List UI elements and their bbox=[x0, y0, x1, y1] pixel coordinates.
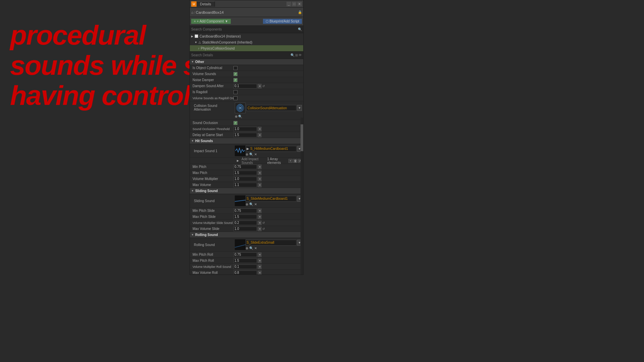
breadcrumb-toolbar: ⌂ / CardboardBox14 🔒 bbox=[190, 8, 303, 17]
prop-max-volume-roll: Max Volume Roll ◂ bbox=[190, 270, 303, 275]
rolling-collapse-icon: ▼ bbox=[191, 233, 194, 236]
blueprint-icon: ⬡ bbox=[266, 19, 269, 23]
noise-damper-checkbox[interactable] bbox=[233, 78, 237, 82]
max-pitch-slider[interactable]: ◂ bbox=[258, 171, 262, 175]
dampen-sound-input[interactable] bbox=[233, 84, 257, 88]
clear-impact-btn[interactable]: ✕ bbox=[254, 153, 257, 156]
min-pitch-roll-input[interactable] bbox=[233, 252, 257, 257]
max-pitch-slide-input[interactable] bbox=[233, 215, 257, 219]
min-pitch-slider[interactable]: ◂ bbox=[258, 165, 262, 169]
find-impact-btn[interactable]: 🔍 bbox=[249, 153, 253, 156]
prop-max-volume-slide: Max Volume Slide ◂ ↺ bbox=[190, 226, 303, 232]
details-tab[interactable]: Details bbox=[197, 1, 215, 7]
tree-item-physicssound[interactable]: ♪ PhysicsCollisionSound bbox=[190, 45, 303, 51]
max-volume-roll-slider[interactable]: ◂ bbox=[258, 270, 262, 275]
attenuation-dropdown[interactable]: ▼ bbox=[297, 105, 302, 111]
clear-rolling-btn[interactable]: ✕ bbox=[254, 246, 257, 250]
prop-impact-sound-1: Impact Sound 1 ▶ S_HitMediumCardboard1 ▼… bbox=[190, 144, 303, 158]
volume-multiplier-roll-input[interactable] bbox=[233, 264, 257, 269]
scrollbar-thumb[interactable] bbox=[301, 124, 303, 151]
blueprint-button[interactable]: ⬡ Blueprint/Add Script bbox=[263, 19, 302, 24]
section-sliding-sound[interactable]: ▼ Sliding Sound bbox=[190, 188, 303, 194]
clear-sliding-btn[interactable]: ✕ bbox=[254, 202, 257, 206]
min-pitch-slide-input[interactable] bbox=[233, 208, 257, 213]
expand-icon: ▶ bbox=[191, 35, 193, 38]
dampen-slider-btn[interactable]: ◂ bbox=[258, 84, 262, 88]
component-tree: ▶ ⬜ CardboardBox14 (Instance) ▼ △ Static… bbox=[190, 33, 303, 52]
svg-rect-7 bbox=[235, 239, 246, 250]
minimize-button[interactable]: _ bbox=[286, 2, 291, 6]
prop-volume-sounds-ragdoll: Volume Sounds as Ragdoll Only bbox=[190, 95, 303, 101]
occlusion-threshold-input[interactable] bbox=[233, 127, 257, 131]
details-content: ▼ Other Is Object Cylindrical Volume Sou… bbox=[190, 59, 303, 275]
volume-sounds-checkbox[interactable] bbox=[233, 72, 237, 76]
expand-icon: ▶ bbox=[237, 159, 239, 162]
browse-sliding-btn[interactable]: ⊕ bbox=[246, 202, 248, 206]
close-button[interactable]: ✕ bbox=[297, 2, 302, 6]
add-component-button[interactable]: + + Add Component ▼ bbox=[191, 19, 231, 24]
delete-impact-btn[interactable]: 🗑 bbox=[293, 159, 297, 163]
prop-dampen-sound-after: Dampen Sound After ◂ ↺ bbox=[190, 83, 303, 89]
section-hit-sounds[interactable]: ▼ Hit Sounds bbox=[190, 138, 303, 144]
volume-multiplier-slide-input[interactable] bbox=[233, 221, 257, 225]
max-pitch-roll-input[interactable] bbox=[233, 258, 257, 263]
max-volume-roll-input[interactable] bbox=[233, 270, 257, 275]
min-pitch-roll-slider[interactable]: ◂ bbox=[258, 252, 262, 257]
find-rolling-btn[interactable]: 🔍 bbox=[249, 246, 253, 250]
reset-icon[interactable]: ↺ bbox=[262, 84, 265, 88]
section-other[interactable]: ▼ Other bbox=[190, 59, 303, 65]
volume-roll-slider[interactable]: ◂ bbox=[258, 264, 262, 269]
prop-rolling-sound: Rolling Sound S_SlideExtraSmall ▼ ⊕ 🔍 bbox=[190, 238, 303, 252]
browse-impact-btn[interactable]: ⊕ bbox=[246, 153, 248, 156]
search-components-input[interactable] bbox=[191, 27, 298, 31]
volume-multiplier-input[interactable] bbox=[233, 177, 257, 181]
max-volume-slider[interactable]: ◂ bbox=[258, 183, 262, 187]
max-volume-input[interactable] bbox=[233, 183, 257, 187]
prop-min-pitch-slide: Min Pitch Slide ◂ bbox=[190, 208, 303, 214]
details-search-input[interactable] bbox=[191, 53, 290, 57]
browse-rolling-btn[interactable]: ⊕ bbox=[246, 246, 248, 250]
browse-attenuation-btn[interactable]: ⊕ bbox=[235, 115, 237, 118]
min-pitch-input[interactable] bbox=[233, 165, 257, 169]
expand-icon: ▼ bbox=[195, 41, 197, 44]
max-volume-slide-slider[interactable]: ◂ bbox=[258, 227, 262, 231]
sliding-sound-thumb bbox=[235, 195, 246, 206]
prop-volume-sounds: Volume Sounds bbox=[190, 71, 303, 77]
delay-input[interactable] bbox=[233, 133, 257, 137]
prop-min-pitch: Min Pitch ◂ bbox=[190, 164, 303, 170]
is-cylindrical-checkbox[interactable] bbox=[233, 66, 237, 70]
volume-ragdoll-checkbox[interactable] bbox=[233, 96, 237, 100]
hit-sounds-collapse-icon: ▼ bbox=[191, 139, 194, 142]
tree-item-cardboardbox[interactable]: ▶ ⬜ CardboardBox14 (Instance) bbox=[190, 33, 303, 39]
prop-sliding-sound: Sliding Sound S_SlideMediumCardboard1 ▼ … bbox=[190, 194, 303, 208]
add-impact-btn[interactable]: + bbox=[288, 159, 292, 163]
volume-slide-slider[interactable]: ◂ bbox=[258, 221, 262, 225]
tree-item-staticmesh[interactable]: ▼ △ StaticMeshComponent (Inherited) bbox=[190, 39, 303, 45]
prop-volume-multiplier-roll: Volume Multiplier Roll Sound ◂ bbox=[190, 264, 303, 270]
max-pitch-slide-slider[interactable]: ◂ bbox=[258, 215, 262, 219]
prop-min-pitch-roll: Min Pitch Roll ◂ bbox=[190, 252, 303, 258]
is-ragdoll-checkbox[interactable] bbox=[233, 90, 237, 94]
delay-slider-btn[interactable]: ◂ bbox=[258, 133, 262, 137]
volume-multiplier-slider[interactable]: ◂ bbox=[258, 177, 262, 181]
maximize-button[interactable]: □ bbox=[292, 2, 297, 6]
occlusion-slider-btn[interactable]: ◂ bbox=[258, 127, 262, 131]
sound-icon: ♪ bbox=[198, 47, 200, 50]
find-attenuation-btn[interactable]: 🔍 bbox=[238, 115, 242, 118]
title-bar: U Details _ □ ✕ bbox=[190, 0, 303, 8]
section-rolling-sound[interactable]: ▼ Rolling Sound bbox=[190, 232, 303, 238]
max-volume-slide-input[interactable] bbox=[233, 227, 257, 231]
reset-max-slide-btn[interactable]: ↺ bbox=[262, 227, 265, 231]
sound-occlusion-checkbox[interactable] bbox=[233, 121, 237, 125]
reset-slide-volume-btn[interactable]: ↺ bbox=[262, 221, 265, 225]
layout-icon: ⊞ bbox=[295, 53, 298, 57]
prop-noise-damper: Noise Damper bbox=[190, 77, 303, 83]
min-pitch-slide-slider[interactable]: ◂ bbox=[258, 208, 262, 213]
find-sliding-btn[interactable]: 🔍 bbox=[249, 202, 253, 206]
max-pitch-input[interactable] bbox=[233, 171, 257, 175]
max-pitch-roll-slider[interactable]: ◂ bbox=[258, 258, 262, 263]
scrollbar[interactable] bbox=[301, 118, 303, 275]
attenuation-thumb bbox=[235, 103, 246, 113]
breadcrumb: ⌂ / CardboardBox14 bbox=[191, 10, 224, 14]
prop-delay-game-start: Delay at Game Start ◂ bbox=[190, 132, 303, 138]
